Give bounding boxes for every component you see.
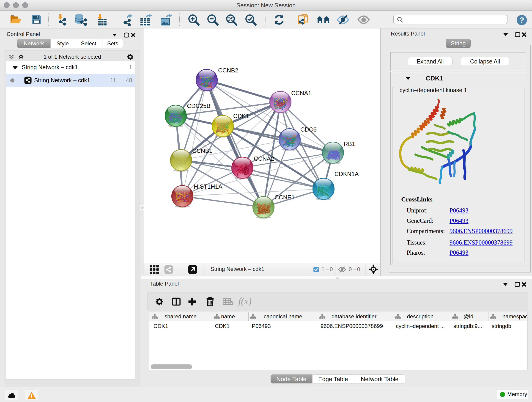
svg-text:CDKN1A: CDKN1A (335, 171, 359, 177)
svg-text:CCNE1: CCNE1 (274, 194, 295, 201)
svg-text:RB1: RB1 (344, 140, 355, 147)
svg-text:CDK1: CDK1 (233, 113, 249, 119)
svg-text:CCNB1: CCNB1 (192, 147, 212, 154)
svg-text:CDC6: CDC6 (300, 126, 317, 133)
svg-text:CCNA2: CCNA2 (254, 155, 274, 162)
svg-text:HIST1H1A: HIST1H1A (194, 183, 222, 190)
svg-text:CDC25B: CDC25B (187, 102, 210, 109)
svg-text:CCNB2: CCNB2 (218, 67, 238, 74)
svg-text:CCNA1: CCNA1 (291, 89, 311, 96)
